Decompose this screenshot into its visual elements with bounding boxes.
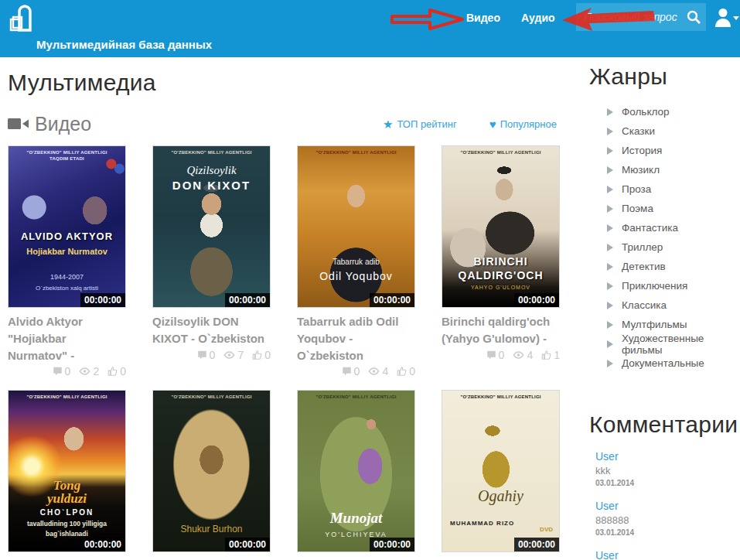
triangle-right-icon [607,147,613,155]
comments-count: 0 [65,365,71,377]
video-thumbnail[interactable]: "O'ZBEKKINO" MILLIY AGENTLIGI Tong yuldu… [8,390,126,552]
poster-agency-text: "O'ZBEKKINO" MILLIY AGENTLIGI [153,394,270,399]
comment-date: 03.01.2014 [595,528,740,537]
video-card: "O'ZBEKKINO" MILLIY AGENTLIGI Tabarruk a… [297,145,415,377]
comment-text: kkk [595,465,740,476]
views-icon [512,350,525,360]
genre-item[interactable]: Фольклор [589,102,740,121]
poster-text: DVD [442,526,559,533]
video-card: "O'ZBEKKINO" MILLIY AGENTLIGI Tong yuldu… [8,390,126,560]
video-thumbnail[interactable]: "O'ZBEKKINO" MILLIY AGENTLIGI Tabarruk a… [297,145,415,308]
poster-text: Shukur Burhon [153,524,270,535]
genre-item[interactable]: Проза [589,179,740,199]
genre-item[interactable]: Мултфильмы [589,315,740,334]
genre-item[interactable]: Детектив [589,257,740,276]
video-title-link[interactable]: Qizilsoylik DON KIXOT - O`zbekiston [152,313,271,347]
triangle-right-icon [607,108,613,116]
triangle-right-icon [607,302,613,309]
triangle-right-icon [607,244,613,251]
comment-user-link[interactable]: User [595,500,619,512]
search-input[interactable] [576,3,681,31]
views-count: 4 [382,365,388,377]
genres-title: Жанры [589,63,740,90]
poster-text: Munojat [298,510,414,527]
poster-text: ALVIDO AKTYOR [9,231,125,243]
video-thumbnail[interactable]: "O'ZBEKKINO" MILLIY AGENTLIGI Ogahiy MUH… [442,390,560,552]
video-card: "O'ZBEKKINO" MILLIY AGENTLIGI BIRINCHI Q… [442,145,560,377]
genre-item[interactable]: Триллер [589,237,740,257]
likes-count: 0 [264,349,271,361]
triangle-right-icon [607,340,613,348]
likes-count: 0 [409,365,415,377]
genre-item[interactable]: Художественные фильмы [589,334,740,353]
triangle-right-icon [607,166,613,174]
video-thumbnail[interactable]: "O'ZBEKKINO" MILLIY AGENTLIGI Qizilsoyli… [152,145,271,308]
views-count: 2 [93,365,99,377]
video-thumbnail[interactable]: "O'ZBEKKINO" MILLIY AGENTLIGI Munojat YO… [297,390,415,552]
comment-user-link[interactable]: User [595,549,619,560]
genre-item[interactable]: Приключения [589,276,740,295]
search-box [576,3,706,31]
likes-count: 1 [554,349,560,361]
star-icon: ★ [383,118,393,130]
video-card: "O'ZBEKKINO" MILLIY AGENTLIGI TAQDIM ETA… [8,145,126,377]
genre-item[interactable]: Мюзикл [589,160,740,179]
poster-agency-text: "O'ZBEKKINO" MILLIY AGENTLIGI [442,150,559,155]
triangle-right-icon [607,263,613,271]
likes-icon [107,366,118,377]
top-rating-link[interactable]: ★ ТОП рейтинг [383,118,457,130]
video-title-link[interactable]: Alvido Aktyor "Hojiakbar Nurmatov" - [8,313,126,364]
poster-text: Hojiakbar Nurmatov [9,247,125,257]
duration-badge: 00:00:00 [514,538,559,551]
site-subtitle: Мультимедийная база данных [36,38,212,51]
likes-count: 0 [120,365,126,377]
poster-agency-text: "O'ZBEKKINO" MILLIY AGENTLIGI [298,150,414,155]
views-icon [367,366,380,377]
comments-count: 0 [210,349,216,361]
video-title-link[interactable]: Tabarruk adib Odil Yoqubov - O`zbekiston [297,313,415,364]
duration-badge: 00:00:00 [225,293,270,307]
triangle-right-icon [607,282,613,290]
genre-item[interactable]: Классика [589,295,740,315]
poster-text: BIRINCHI [442,255,559,268]
site-logo-icon[interactable] [8,4,40,38]
comments-icon [52,366,63,377]
views-count: 7 [237,349,244,361]
genre-item[interactable]: Фантастика [589,218,740,237]
video-card: "O'ZBEKKINO" MILLIY AGENTLIGI Shukur Bur… [152,390,271,560]
video-stats: 0 4 1 [442,349,560,361]
poster-text: Odil Yoqubov [298,270,414,282]
genre-item[interactable]: Сказки [589,121,740,141]
video-thumbnail[interactable]: "O'ZBEKKINO" MILLIY AGENTLIGI Shukur Bur… [152,390,271,552]
comment-user-link[interactable]: User [595,450,619,463]
comment-text: 888888 [595,514,740,526]
video-card: "O'ZBEKKINO" MILLIY AGENTLIGI Qizilsoyli… [152,145,271,377]
video-thumbnail[interactable]: "O'ZBEKKINO" MILLIY AGENTLIGI BIRINCHI Q… [442,145,560,308]
views-icon [223,350,236,360]
video-thumbnail[interactable]: "O'ZBEKKINO" MILLIY AGENTLIGI TAQDIM ETA… [8,145,126,308]
nav-audio-link[interactable]: Аудио [521,12,555,24]
duration-badge: 00:00:00 [514,293,559,307]
poster-text: Qizilsoylik [153,164,270,177]
video-camera-icon [8,117,29,131]
comment-item: User [589,548,740,560]
video-card: "O'ZBEKKINO" MILLIY AGENTLIGI Munojat YO… [297,390,415,560]
nav-video-link[interactable]: Видео [466,12,500,24]
search-icon[interactable] [686,9,701,25]
genre-item[interactable]: Поэма [589,199,740,218]
poster-agency-text: "O'ZBEKKINO" MILLIY AGENTLIGI [153,150,270,155]
video-section-header: Видео ★ ТОП рейтинг ♥ Популярное [8,111,577,136]
popular-link[interactable]: ♥ Популярное [489,118,557,130]
comments-count: 0 [354,365,360,377]
poster-text: YAHYO G'ULOMOV [442,285,559,291]
comment-item: User kkk 03.01.2014 [589,449,740,487]
chevron-down-icon[interactable] [733,16,739,20]
video-grid: "O'ZBEKKINO" MILLIY AGENTLIGI TAQDIM ETA… [8,145,577,560]
comments-icon [486,350,497,360]
genre-item[interactable]: Документальные [589,353,740,373]
genre-item[interactable]: История [589,141,740,160]
poster-agency-text: "O'ZBEKKINO" MILLIY AGENTLIGI [9,150,125,155]
views-icon [78,366,91,377]
video-title-link[interactable]: Birinchi qaldirg'och (Yahyo G'ulomov) - [442,313,560,347]
poster-text: yulduzi [9,491,125,507]
